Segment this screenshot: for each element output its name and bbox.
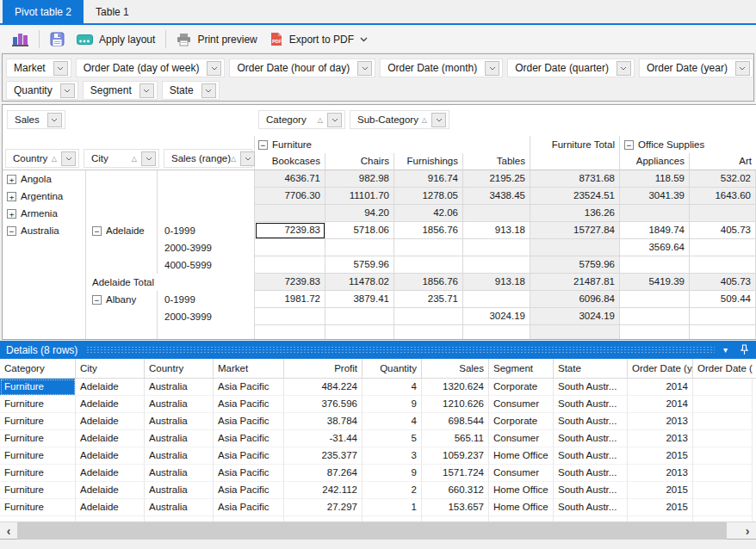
details-cell[interactable]: Adelaide (76, 465, 145, 482)
details-cell[interactable]: 27.297 (284, 499, 363, 516)
column-furnishings[interactable]: Furnishings (394, 153, 463, 170)
pivot-total-cell[interactable]: 3024.19 (530, 308, 620, 325)
column-furniture-total[interactable]: Furniture Total (530, 136, 620, 153)
collapse-icon[interactable]: − (92, 295, 102, 305)
pivot-cell[interactable]: 7239.83 (255, 274, 325, 291)
chevron-down-icon[interactable] (60, 83, 75, 98)
details-cell[interactable]: Asia Pacific (214, 482, 284, 499)
details-cell[interactable]: 1320.624 (422, 379, 489, 396)
details-column-header[interactable]: Segment (489, 359, 554, 378)
column-field-chip-category[interactable]: Category△ (258, 110, 345, 129)
details-cell[interactable]: 87.264 (284, 465, 363, 482)
details-cell[interactable]: Asia Pacific (214, 499, 284, 516)
pivot-cell[interactable]: 405.73 (690, 222, 756, 239)
pivot-total-cell[interactable]: 15727.84 (530, 222, 620, 239)
details-cell[interactable]: 2 (363, 482, 422, 499)
details-cell[interactable]: Consumer (489, 465, 554, 482)
pivot-cell[interactable] (620, 291, 690, 308)
pivot-cell[interactable]: 1856.76 (394, 222, 463, 239)
expand-icon[interactable]: + (7, 209, 16, 219)
chart-button[interactable] (6, 30, 34, 49)
chevron-down-icon[interactable] (735, 61, 750, 76)
chevron-down-icon[interactable] (431, 113, 446, 127)
pivot-cell[interactable]: 11101.70 (325, 188, 394, 205)
chevron-down-icon[interactable] (617, 61, 631, 76)
chevron-down-icon[interactable]: ▾ (723, 346, 728, 355)
details-cell[interactable]: 2013 (628, 430, 693, 447)
pivot-cell[interactable] (690, 308, 756, 325)
row-header-range[interactable]: 2000-3999 (158, 239, 255, 256)
row-header-range[interactable]: 0-1999 (158, 222, 255, 239)
details-cell[interactable]: South Austr... (554, 499, 628, 516)
column-chairs[interactable]: Chairs (325, 153, 394, 170)
pivot-cell[interactable]: 3438.45 (463, 188, 530, 205)
details-cell[interactable]: Adelaide (76, 379, 145, 396)
pivot-cell[interactable] (255, 205, 325, 222)
details-column-header[interactable]: Market (214, 359, 284, 378)
pivot-cell[interactable] (394, 256, 463, 274)
pivot-cell[interactable] (325, 239, 394, 256)
details-cell[interactable]: Furniture (0, 499, 76, 516)
pivot-cell[interactable]: 532.02 (690, 170, 756, 188)
details-cell[interactable]: Australia (145, 447, 214, 465)
pivot-cell[interactable]: 1981.72 (255, 291, 325, 308)
chevron-down-icon[interactable] (61, 151, 76, 166)
details-cell[interactable]: Australia (145, 465, 214, 482)
details-cell[interactable]: Asia Pacific (214, 413, 284, 430)
pivot-cell[interactable]: 913.18 (463, 274, 530, 291)
details-cell[interactable]: 660.312 (422, 482, 489, 499)
details-cell[interactable] (693, 482, 753, 499)
details-cell[interactable] (693, 499, 753, 516)
pivot-cell[interactable]: 913.18 (463, 222, 530, 239)
details-cell[interactable]: Asia Pacific (214, 379, 284, 396)
details-cell[interactable]: 5 (363, 430, 422, 447)
details-cell[interactable]: 235.377 (284, 447, 363, 465)
details-cell[interactable]: South Austr... (554, 465, 628, 482)
pivot-cell[interactable] (463, 205, 530, 222)
chevron-down-icon[interactable] (139, 83, 154, 98)
details-cell[interactable]: Adelaide (76, 447, 145, 465)
row-header-country[interactable]: +Argentina (3, 188, 86, 205)
details-cell[interactable]: 1 (363, 499, 422, 516)
row-field-chip-city[interactable]: City△ (84, 149, 159, 168)
row-header-country[interactable]: +Angola (3, 170, 86, 188)
tab-table-1[interactable]: Table 1 (84, 0, 141, 23)
apply-layout-button[interactable]: Apply layout (71, 30, 161, 49)
details-cell[interactable]: Adelaide (76, 430, 145, 447)
details-cell[interactable]: South Austr... (554, 447, 628, 465)
details-cell[interactable]: South Austr... (554, 413, 628, 430)
pivot-cell[interactable]: 1278.05 (394, 188, 463, 205)
pivot-cell[interactable] (255, 308, 325, 325)
field-chip-market[interactable]: Market (6, 59, 71, 77)
pivot-cell[interactable]: 235.71 (394, 291, 463, 308)
details-cell[interactable]: Asia Pacific (214, 396, 284, 413)
details-column-header[interactable]: Order Date (... (693, 359, 753, 378)
details-cell[interactable] (693, 379, 753, 396)
details-cell[interactable]: Australia (145, 430, 214, 447)
details-cell[interactable]: Asia Pacific (214, 465, 284, 482)
column-field-chip-sub-category[interactable]: Sub-Category△ (350, 110, 449, 129)
row-header-city-total[interactable]: Adelaide Total (86, 274, 255, 291)
column-art[interactable]: Art (690, 153, 756, 170)
details-cell[interactable]: 2014 (628, 379, 693, 396)
pivot-cell[interactable]: 1856.76 (394, 274, 463, 291)
row-header-city[interactable]: −Albany (86, 291, 158, 308)
field-chip-quantity[interactable]: Quantity (6, 81, 78, 100)
details-cell[interactable]: 4 (363, 379, 422, 396)
print-preview-button[interactable]: Print preview (170, 30, 263, 49)
details-cell[interactable]: 2015 (628, 447, 693, 465)
row-header-country[interactable]: +Armenia (3, 205, 86, 222)
row-header-range[interactable]: 0-1999 (158, 291, 255, 308)
details-cell[interactable]: 698.544 (422, 413, 489, 430)
chevron-down-icon[interactable] (53, 61, 68, 76)
column-bookcases[interactable]: Bookcases (255, 153, 325, 170)
pivot-cell[interactable]: 3041.39 (620, 188, 690, 205)
details-cell[interactable] (693, 430, 753, 447)
pivot-cell[interactable]: 1849.74 (620, 222, 690, 239)
details-cell[interactable]: South Austr... (554, 482, 628, 499)
details-cell-selected[interactable]: Furniture (0, 379, 76, 396)
pivot-cell[interactable] (255, 256, 325, 274)
pivot-cell[interactable]: 982.98 (325, 170, 394, 188)
details-cell[interactable] (693, 413, 753, 430)
pivot-cell[interactable]: 509.44 (690, 291, 756, 308)
